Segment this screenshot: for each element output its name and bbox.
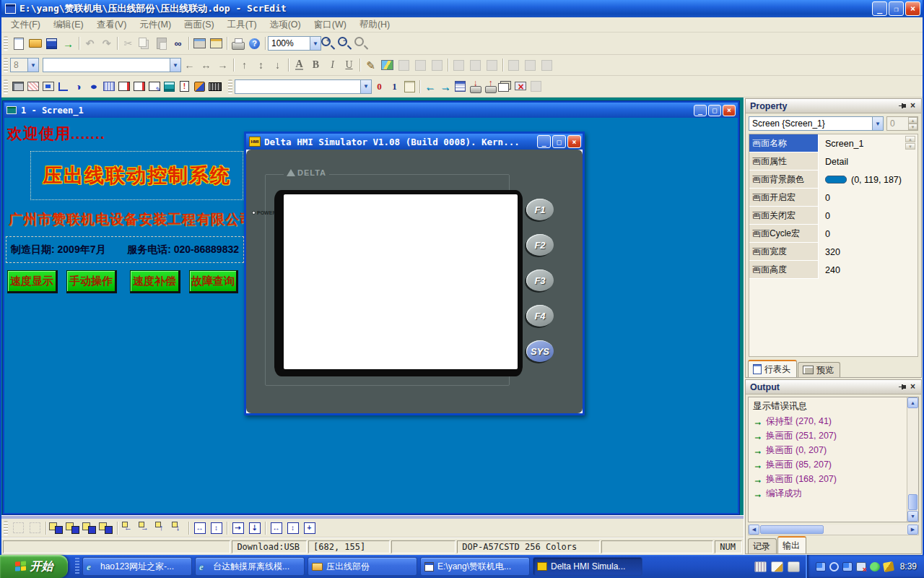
- input-element-icon[interactable]: [147, 79, 162, 94]
- company-text[interactable]: 广州市赞联机电设备安装工程有限公司: [9, 210, 254, 229]
- property-row-open-macro[interactable]: 画面开启宏 0: [749, 189, 918, 207]
- new-file-icon[interactable]: [10, 35, 27, 52]
- simulator-window-icon[interactable]: [498, 79, 513, 94]
- pattern-element-icon[interactable]: [101, 79, 116, 94]
- output-panel-header[interactable]: Output ×: [746, 380, 921, 394]
- spinner-up-icon[interactable]: ▲: [908, 117, 918, 124]
- start-button[interactable]: 开始: [0, 555, 68, 578]
- pen-settings-icon[interactable]: [883, 561, 894, 571]
- align-text-middle-icon[interactable]: ↕: [253, 57, 269, 74]
- italic-icon[interactable]: I: [324, 57, 341, 74]
- property-row-close-macro[interactable]: 画面关闭宏 0: [749, 207, 918, 225]
- property-row-bg-color[interactable]: 画面背景颜色 (0, 119, 187): [749, 171, 918, 189]
- state-1-icon[interactable]: 1: [387, 79, 402, 94]
- same-size-icon[interactable]: +: [301, 519, 318, 536]
- menu-file[interactable]: 文件(F): [4, 17, 47, 33]
- output-entry[interactable]: → 保持型 (270, 41): [749, 414, 907, 428]
- task-hao123[interactable]: hao123网址之家-...: [82, 557, 192, 576]
- network-icon-2[interactable]: [842, 562, 853, 571]
- f4-key[interactable]: F4: [526, 305, 554, 327]
- align-middle-icon[interactable]: [522, 57, 539, 74]
- scroll-up-icon[interactable]: ▲: [907, 397, 918, 408]
- align-objects-top-icon[interactable]: ↑: [153, 519, 170, 536]
- menu-element[interactable]: 元件(M): [133, 17, 178, 33]
- group-icon[interactable]: [10, 519, 27, 536]
- undo-icon[interactable]: ↶: [82, 35, 98, 52]
- property-row-width[interactable]: 画面宽度 320: [749, 243, 918, 261]
- align-text-bottom-icon[interactable]: ↓: [269, 57, 286, 74]
- close-button[interactable]: ×: [723, 105, 736, 116]
- maximize-button[interactable]: □: [552, 135, 566, 148]
- property-panel-header[interactable]: Property ×: [746, 99, 921, 113]
- manual-operate-button[interactable]: 手动操作: [66, 270, 117, 293]
- ellipse-element-icon[interactable]: ●: [86, 79, 101, 94]
- zoom-select-icon[interactable]: [354, 35, 371, 52]
- menu-help[interactable]: 帮助(H): [353, 17, 396, 33]
- ungroup-icon[interactable]: [27, 519, 43, 536]
- scroll-left-icon[interactable]: ◀: [749, 525, 759, 535]
- align-objects-left-icon[interactable]: ←: [120, 519, 136, 536]
- picture-icon[interactable]: [379, 57, 396, 74]
- align-objects-bottom-icon[interactable]: ↓: [170, 519, 186, 536]
- help-icon[interactable]: [246, 35, 263, 52]
- pie-element-icon[interactable]: ◑: [71, 79, 86, 94]
- align-left-icon[interactable]: [450, 57, 467, 74]
- align-objects-right-icon[interactable]: →: [136, 519, 153, 536]
- task-folder[interactable]: 压出线部份: [308, 557, 417, 576]
- vertical-scrollbar[interactable]: ▲ ▼: [907, 397, 918, 522]
- align-text-left-icon[interactable]: ←: [181, 57, 198, 74]
- screen1-title-bar[interactable]: 1 - Screen_1 _ □ ×: [4, 103, 738, 118]
- prev-screen-icon[interactable]: ←: [422, 79, 437, 94]
- align-top-icon[interactable]: [505, 57, 522, 74]
- next-screen-icon[interactable]: →: [437, 79, 453, 94]
- same-width-icon[interactable]: ↔: [268, 519, 284, 536]
- picture-element-icon[interactable]: [25, 79, 40, 94]
- list-element-icon[interactable]: [162, 79, 177, 94]
- button-element-icon[interactable]: [40, 79, 56, 94]
- menu-options[interactable]: 选项(O): [263, 17, 308, 33]
- open-file-icon[interactable]: [27, 35, 43, 52]
- menu-view[interactable]: 查看(V): [90, 17, 134, 33]
- download-all-icon[interactable]: [483, 79, 498, 94]
- property-target-combo[interactable]: Screen {Screen_1} ▼: [749, 116, 884, 131]
- heading-box[interactable]: 压出线联动控制系统: [30, 151, 243, 200]
- tab-preview[interactable]: 预览: [798, 362, 840, 377]
- menu-screen[interactable]: 画面(S): [178, 17, 221, 33]
- transform-icon[interactable]: [396, 57, 412, 74]
- hmi-screen[interactable]: [284, 194, 518, 369]
- property-row-cycle-macro[interactable]: 画面Cycle宏 0: [749, 225, 918, 243]
- keypad-element-icon[interactable]: [207, 79, 222, 94]
- menu-edit[interactable]: 编辑(E): [47, 17, 90, 33]
- tab-record[interactable]: 记录: [748, 538, 777, 553]
- font-color-icon[interactable]: A: [291, 57, 308, 74]
- font-size-combo[interactable]: 8 ▼: [10, 58, 39, 72]
- task-delta-page[interactable]: 台达触摸屏离线模...: [195, 557, 305, 576]
- maximize-button[interactable]: □: [708, 105, 721, 116]
- element-property-icon[interactable]: [402, 79, 417, 94]
- pin-icon[interactable]: [897, 101, 907, 111]
- task-simulator[interactable]: Delta HMI Simula...: [533, 557, 642, 576]
- messenger-icon[interactable]: [870, 562, 880, 571]
- paste-icon[interactable]: [153, 35, 170, 52]
- taskbar-divider[interactable]: [75, 558, 79, 575]
- grid-spinner[interactable]: ▲▼: [905, 136, 915, 150]
- graph-element-icon[interactable]: [192, 79, 207, 94]
- toolbar-grip[interactable]: [228, 79, 232, 94]
- minimize-button[interactable]: _: [872, 1, 887, 16]
- numeric-display-icon[interactable]: [116, 79, 131, 94]
- underline-icon[interactable]: U: [341, 57, 357, 74]
- align-center-icon[interactable]: [467, 57, 484, 74]
- rotate-icon[interactable]: [412, 57, 429, 74]
- zoom-combo[interactable]: 100% ▼: [268, 36, 321, 51]
- space-across-icon[interactable]: ⇢: [230, 519, 246, 536]
- pin-icon[interactable]: [897, 382, 907, 392]
- fault-query-button[interactable]: 故障查询: [189, 270, 238, 293]
- title-bar[interactable]: E:\yang\赞联机电\压出线部份\压出线联动.dop - ScrEdit _…: [1, 0, 923, 17]
- restore-button[interactable]: ❐: [889, 1, 904, 16]
- close-icon[interactable]: ×: [907, 382, 918, 392]
- tab-output[interactable]: 输出: [777, 536, 806, 553]
- chevron-down-icon[interactable]: ▼: [360, 80, 371, 93]
- center-horizontal-icon[interactable]: ↔: [191, 519, 208, 536]
- element-combo[interactable]: ▼: [235, 79, 372, 94]
- f1-key[interactable]: F1: [526, 199, 554, 220]
